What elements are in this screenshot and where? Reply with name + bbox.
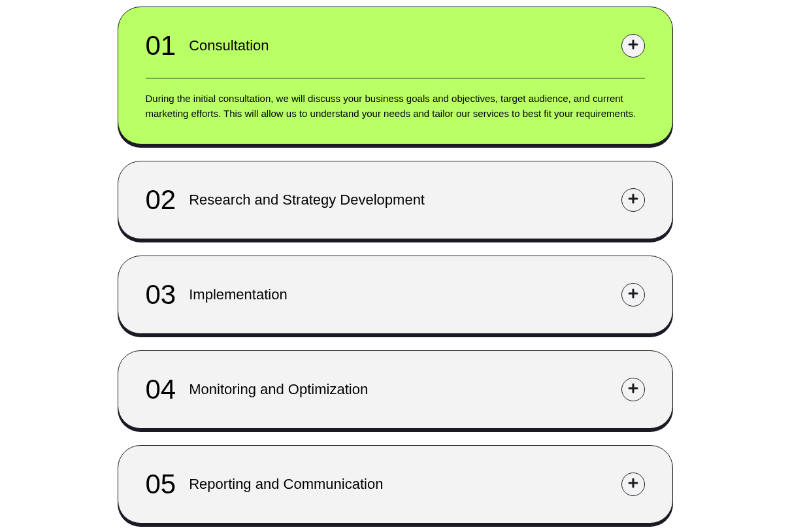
- accordion-toggle-button[interactable]: [621, 34, 645, 58]
- accordion-title: Reporting and Communication: [189, 476, 383, 493]
- plus-icon: [628, 39, 638, 52]
- accordion-title: Research and Strategy Development: [189, 191, 425, 208]
- plus-icon: [628, 193, 638, 207]
- accordion-item-research: 02 Research and Strategy Development: [118, 161, 673, 239]
- accordion-header-left: 04 Monitoring and Optimization: [146, 374, 369, 405]
- accordion-toggle-button[interactable]: [621, 378, 645, 401]
- accordion-toggle-button[interactable]: [621, 283, 645, 307]
- accordion-header-left: 02 Research and Strategy Development: [146, 184, 425, 216]
- accordion-title: Monitoring and Optimization: [189, 381, 368, 398]
- plus-icon: [628, 478, 638, 491]
- accordion-header-left: 03 Implementation: [146, 279, 288, 310]
- accordion-header-left: 05 Reporting and Communication: [146, 469, 384, 500]
- plus-icon: [628, 288, 638, 301]
- accordion-header[interactable]: 01 Consultation: [146, 30, 645, 61]
- accordion-item-consultation: 01 Consultation During the initial consu…: [118, 7, 673, 144]
- accordion-header[interactable]: 02 Research and Strategy Development: [146, 184, 645, 216]
- accordion-item-monitoring: 04 Monitoring and Optimization: [118, 350, 673, 429]
- accordion-item-implementation: 03 Implementation: [118, 256, 673, 334]
- accordion-title: Implementation: [189, 286, 287, 303]
- accordion-header[interactable]: 05 Reporting and Communication: [146, 469, 645, 500]
- accordion-number: 05: [146, 469, 176, 500]
- accordion-number: 02: [146, 184, 176, 216]
- accordion-item-reporting: 05 Reporting and Communication: [118, 445, 673, 524]
- accordion-header-left: 01 Consultation: [146, 30, 269, 61]
- accordion-header[interactable]: 04 Monitoring and Optimization: [146, 374, 645, 405]
- accordion-body: During the initial consultation, we will…: [146, 78, 645, 121]
- accordion-number: 01: [146, 30, 176, 61]
- accordion-number: 03: [146, 279, 176, 310]
- accordion-number: 04: [146, 374, 176, 405]
- accordion-container: 01 Consultation During the initial consu…: [118, 7, 673, 532]
- accordion-header[interactable]: 03 Implementation: [146, 279, 645, 310]
- accordion-toggle-button[interactable]: [621, 188, 645, 212]
- accordion-title: Consultation: [189, 37, 269, 54]
- plus-icon: [628, 383, 638, 396]
- accordion-toggle-button[interactable]: [621, 473, 645, 496]
